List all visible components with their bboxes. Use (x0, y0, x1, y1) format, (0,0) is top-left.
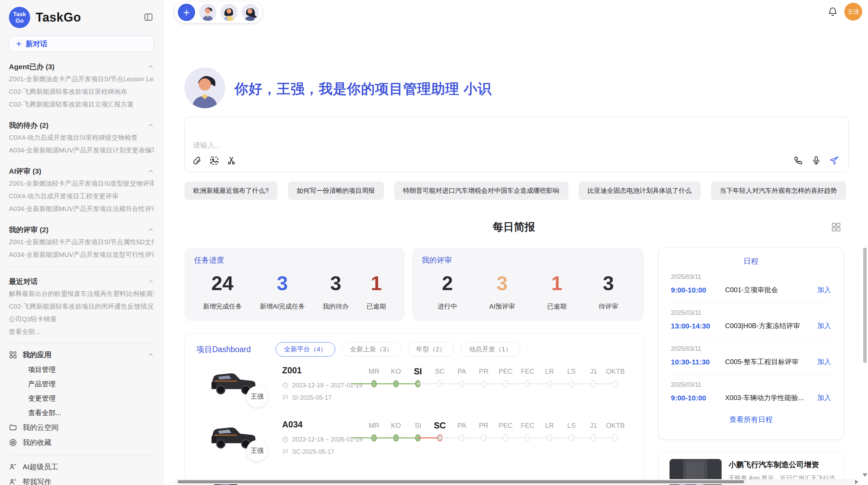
user-avatar[interactable]: 王强 (844, 3, 862, 21)
stat-label: 新增完成任务 (203, 302, 242, 311)
sidebar-conversation-item[interactable]: 公司Q3轻卡销量 (9, 313, 154, 325)
dashboard-tab[interactable]: 年型（2） (408, 342, 455, 357)
stat-item: 1 已逾期 (547, 272, 567, 311)
schedule-date: 2025/03/11 (671, 309, 831, 316)
add-member-button[interactable]: + (178, 4, 195, 21)
sidebar-collapse-icon[interactable] (144, 12, 153, 22)
image-icon[interactable] (209, 156, 219, 167)
scissors-icon[interactable] (227, 156, 236, 167)
scroll-right-arrow[interactable] (855, 480, 858, 484)
task-progress-card: 任务进度 24 新增完成任务 3 新增AI完成任务 3 我的待办 (184, 248, 405, 321)
stat-item: 3 我的待办 (323, 272, 349, 311)
my-review-list: Z001-全新燃油轻卡产品开发项目SI节点属性5D文件评审A034-全新新能源M… (9, 236, 154, 261)
sidebar-conversation-item[interactable]: C0X4-动力总成开发项目SI里程碑提交物检查 (9, 131, 154, 144)
dashboard-tab[interactable]: 全新上装（3） (341, 342, 401, 357)
sidebar-app-item[interactable]: 查看全部... (9, 406, 154, 420)
stat-label: 已逾期 (366, 302, 386, 311)
phone-icon[interactable] (794, 156, 803, 166)
sidebar-conversation-item[interactable]: C02-飞腾新能源轻客改款项目的闭环通告反馈情况 (9, 300, 154, 313)
project-row[interactable]: 王强 A034 2023-12-19 ~ 2026-01-19 SC-2025-… (185, 417, 643, 471)
vertical-scrollbar-thumb[interactable] (863, 248, 867, 363)
section-header-my-review[interactable]: 我的评审 (2) (9, 224, 154, 236)
milestone-label: FEC (517, 366, 539, 376)
sidebar-conversation-item[interactable]: C02-飞腾新能源轻客改款项目里程碑画布 (9, 85, 154, 98)
join-meeting-link[interactable]: 加入 (817, 357, 831, 366)
stat-value: 2 (438, 272, 457, 295)
new-chat-button[interactable]: 新对话 (9, 36, 154, 52)
divider (9, 266, 154, 267)
sidebar-app-item[interactable]: 变更管理 (9, 391, 154, 406)
grid-layout-icon[interactable] (831, 222, 841, 234)
sidebar-conversation-item[interactable]: Z001-全新燃油轻卡产品开发项目SI造型提交物评审 (9, 177, 154, 190)
sidebar-conversation-item[interactable]: Z001-全新燃油皮卡产品开发项目SI节点Lesson Learn报告 (9, 73, 154, 85)
stat-value: 3 (323, 272, 349, 295)
suggestion-chip[interactable]: 比亚迪全固态电池计划具体说了什么 (579, 182, 701, 200)
suggestion-chip[interactable]: 特朗普可能对进口汽车增税会对中国车企造成哪些影响 (394, 182, 568, 200)
microphone-icon[interactable] (811, 156, 821, 166)
dashboard-tab[interactable]: 全新平台（4） (276, 342, 336, 357)
schedule-row: 2025/03/11 13:00-14:30 C003|H0B-方案冻结评审 加… (671, 302, 831, 338)
dashboard-tab[interactable]: 动总开发（1） (460, 342, 520, 357)
tool-label: AI超级员工 (23, 462, 58, 472)
favorites-label: 我的收藏 (23, 438, 51, 447)
milestone: LR (539, 366, 560, 388)
chevron-up-icon (148, 64, 154, 70)
stat-item: 24 新增完成任务 (203, 272, 242, 311)
section-header-ai-review[interactable]: AI评审 (3) (9, 165, 154, 177)
sidebar-app-item[interactable]: 项目管理 (9, 362, 154, 377)
sidebar-conversation-item[interactable]: A034-全新新能源MUV产品开发项目造型可行性评审 (9, 248, 154, 261)
sidebar-conversation-item[interactable]: C0X4-动力总成开发项目工程变更评审 (9, 190, 154, 202)
milestone-label: PEC (495, 420, 517, 431)
sidebar-tool-item[interactable]: 帮我写作 (9, 474, 154, 485)
tools-list: AI超级员工 帮我写作 创意制图 (9, 459, 154, 485)
teammate-avatar[interactable] (242, 4, 259, 21)
join-meeting-link[interactable]: 加入 (817, 285, 831, 295)
milestone-strip: MR KO (363, 366, 626, 388)
section-header-my-todo[interactable]: 我的待办 (2) (9, 120, 154, 131)
chat-input-placeholder: 请输入... (193, 140, 221, 150)
sidebar-conversation-item[interactable]: 查看全部... (9, 325, 154, 338)
project-row[interactable]: 王强 Z001 2023-12-19 ~ 2027-01-19 SI-2025-… (185, 363, 643, 417)
notification-bell-icon[interactable] (828, 6, 838, 18)
section-header-agent-done[interactable]: Agent已办 (3) (9, 61, 154, 73)
schedule-card: 日程 2025/03/11 9:00-10:00 C001-立项审批会 加入 2… (658, 248, 844, 440)
milestone: PR (473, 366, 495, 388)
stat-label: 待评审 (599, 302, 618, 311)
suggestion-chip[interactable]: 当下年轻人对汽车外观有怎样的喜好趋势 (711, 182, 846, 200)
new-chat-label: 新对话 (26, 39, 47, 49)
sidebar-tool-item[interactable]: AI超级员工 (9, 459, 154, 474)
teammate-avatar[interactable] (199, 4, 216, 21)
chat-input[interactable]: 请输入... (184, 117, 849, 172)
attachment-icon[interactable] (192, 156, 202, 167)
schedule-row: 2025/03/11 9:00-10:00 X003-车辆动力学性能验... 加… (671, 374, 831, 410)
sidebar-app-item[interactable]: 产品管理 (9, 377, 154, 391)
section-header-recent[interactable]: 最近对话 (9, 276, 154, 287)
milestone: OKTB (604, 366, 626, 388)
milestone-label: SC (429, 366, 451, 376)
sidebar-conversation-item[interactable]: A034-全新新能源MUV产品开发项目法规符合性评审 (9, 202, 154, 215)
sidebar-conversation-item[interactable]: C02-飞腾新能源轻客改款项目立项汇报方案 (9, 98, 154, 111)
suggestion-chip[interactable]: 欧洲新规最近颁布了什么? (184, 182, 278, 200)
scroll-down-arrow[interactable] (863, 473, 867, 477)
horizontal-scrollbar[interactable] (175, 479, 853, 484)
suggestion-chip[interactable]: 如何写一份清晰的项目周报 (288, 182, 384, 200)
milestone: MR (363, 420, 385, 442)
stat-item: 2 进行中 (438, 272, 457, 311)
sidebar-item-cloud-space[interactable]: 我的云空间 (9, 420, 154, 435)
join-meeting-link[interactable]: 加入 (817, 393, 831, 402)
join-meeting-link[interactable]: 加入 (817, 321, 831, 331)
view-all-schedule-link[interactable]: 查看所有日程 (671, 415, 831, 424)
teammate-avatar[interactable] (220, 4, 238, 21)
milestone: J1 (582, 366, 604, 388)
sidebar-conversation-item[interactable]: A034-全新新能源MUV产品开发项目计划变更表编写 (9, 144, 154, 157)
horizontal-scrollbar-thumb[interactable] (178, 480, 744, 483)
sidebar-conversation-item[interactable]: 解释最新出台的欧盟报废车法规再生塑料比例被调至15%... (9, 287, 154, 300)
sidebar-conversation-item[interactable]: Z001-全新燃油轻卡产品开发项目SI节点属性5D文件评审 (9, 236, 154, 248)
milestone: LR (539, 420, 560, 442)
milestone-connector (396, 437, 418, 438)
sidebar-item-favorites[interactable]: 我的收藏 (9, 435, 154, 450)
stat-item: 3 新增AI完成任务 (260, 272, 305, 311)
send-icon[interactable] (829, 155, 840, 167)
sidebar-item-my-apps[interactable]: 我的应用 (9, 347, 154, 362)
chevron-up-icon (148, 227, 154, 233)
